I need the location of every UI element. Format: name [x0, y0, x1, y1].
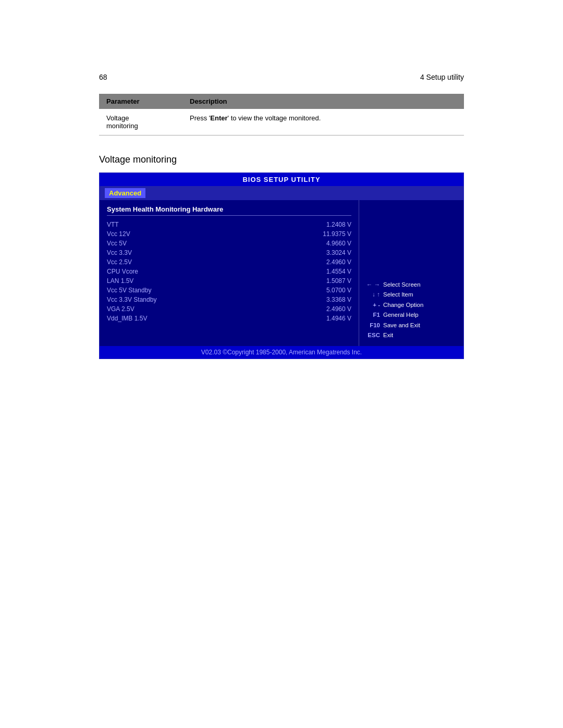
legend-desc: Change Option — [383, 300, 423, 311]
voltage-value: 1.4554 V — [326, 268, 351, 275]
voltage-value: 2.4960 V — [326, 305, 351, 313]
bios-legend-row: ← →Select Screen — [364, 280, 458, 290]
bios-left-panel: System Health Monitoring Hardware VTT1.2… — [100, 200, 359, 346]
table-cell-description: Press 'Enter' to view the voltage monito… — [182, 109, 464, 135]
legend-desc: General Help — [383, 310, 419, 320]
bios-voltage-row: Vcc 12V11.9375 V — [107, 229, 351, 239]
voltage-label: VTT — [107, 221, 119, 228]
legend-key: ← → — [364, 280, 380, 290]
table-row: Voltagemonitoring Press 'Enter' to view … — [99, 109, 464, 135]
bios-legend-row: + -Change Option — [364, 300, 458, 311]
bios-legend-row: F1General Help — [364, 310, 458, 320]
voltage-value: 11.9375 V — [323, 230, 351, 238]
bios-voltage-row: Vdd_IMB 1.5V1.4946 V — [107, 314, 351, 323]
bios-voltage-row: Vcc 3.3V Standby3.3368 V — [107, 295, 351, 304]
bios-legend-row: ↓ ↑Select Item — [364, 290, 458, 300]
col-parameter: Parameter — [99, 94, 182, 109]
page-container: 68 4 Setup utility Parameter Description… — [0, 0, 563, 728]
bios-legend: ← →Select Screen↓ ↑Select Item+ -Change … — [364, 280, 458, 341]
page-number: 68 — [99, 73, 107, 81]
legend-key: ESC — [364, 330, 380, 341]
voltage-value: 2.4960 V — [326, 258, 351, 266]
bios-voltage-row: LAN 1.5V1.5087 V — [107, 276, 351, 286]
legend-desc: Select Item — [383, 290, 413, 300]
bios-voltage-row: Vcc 3.3V3.3024 V — [107, 248, 351, 257]
legend-desc: Select Screen — [383, 280, 421, 290]
bios-voltage-row: Vcc 2.5V2.4960 V — [107, 257, 351, 267]
voltage-value: 5.0700 V — [326, 287, 351, 294]
bios-nav-bar: Advanced — [100, 186, 463, 200]
param-table: Parameter Description Voltagemonitoring … — [99, 94, 464, 135]
bios-voltage-row: VGA 2.5V2.4960 V — [107, 304, 351, 314]
voltage-label: Vcc 12V — [107, 230, 130, 238]
voltage-value: 1.5087 V — [326, 277, 351, 285]
voltage-label: CPU Vcore — [107, 268, 138, 275]
voltage-label: Vcc 3.3V Standby — [107, 296, 156, 303]
voltage-label: Vcc 2.5V — [107, 258, 132, 266]
voltage-value: 4.9660 V — [326, 240, 351, 247]
page-section: 4 Setup utility — [420, 73, 464, 81]
bios-header: BIOS SETUP UTILITY — [100, 173, 463, 186]
section-title: Voltage monitoring — [99, 154, 464, 165]
col-description: Description — [182, 94, 464, 109]
bios-footer: V02.03 ©Copyright 1985-2000, American Me… — [100, 346, 463, 359]
voltage-label: Vdd_IMB 1.5V — [107, 315, 147, 322]
bios-legend-row: ESCExit — [364, 330, 458, 341]
voltage-label: Vcc 5V — [107, 240, 127, 247]
legend-key: F1 — [364, 310, 380, 320]
legend-key: + - — [364, 300, 380, 311]
bios-voltage-row: VTT1.2408 V — [107, 220, 351, 229]
voltage-value: 1.4946 V — [326, 315, 351, 322]
bios-right-panel: ← →Select Screen↓ ↑Select Item+ -Change … — [359, 200, 463, 346]
voltage-value: 1.2408 V — [326, 221, 351, 228]
bios-voltage-row: Vcc 5V Standby5.0700 V — [107, 286, 351, 295]
bios-section-heading: System Health Monitoring Hardware — [107, 205, 351, 216]
voltage-label: LAN 1.5V — [107, 277, 133, 285]
bios-content: System Health Monitoring Hardware VTT1.2… — [100, 200, 463, 346]
voltage-value: 3.3368 V — [326, 296, 351, 303]
voltage-value: 3.3024 V — [326, 249, 351, 256]
bios-legend-row: F10Save and Exit — [364, 320, 458, 331]
voltage-label: VGA 2.5V — [107, 305, 134, 313]
table-cell-parameter: Voltagemonitoring — [99, 109, 182, 135]
bios-voltage-row: CPU Vcore1.4554 V — [107, 267, 351, 276]
table-header-row: Parameter Description — [99, 94, 464, 109]
bios-box: BIOS SETUP UTILITY Advanced System Healt… — [99, 172, 464, 359]
page-header: 68 4 Setup utility — [99, 73, 464, 81]
bios-voltage-list: VTT1.2408 VVcc 12V11.9375 VVcc 5V4.9660 … — [107, 220, 351, 323]
legend-desc: Exit — [383, 330, 393, 341]
legend-key: ↓ ↑ — [364, 290, 380, 300]
voltage-label: Vcc 3.3V — [107, 249, 132, 256]
bios-voltage-row: Vcc 5V4.9660 V — [107, 239, 351, 248]
legend-key: F10 — [364, 320, 380, 331]
legend-desc: Save and Exit — [383, 320, 420, 331]
voltage-label: Vcc 5V Standby — [107, 287, 151, 294]
bios-nav-advanced[interactable]: Advanced — [105, 188, 145, 198]
